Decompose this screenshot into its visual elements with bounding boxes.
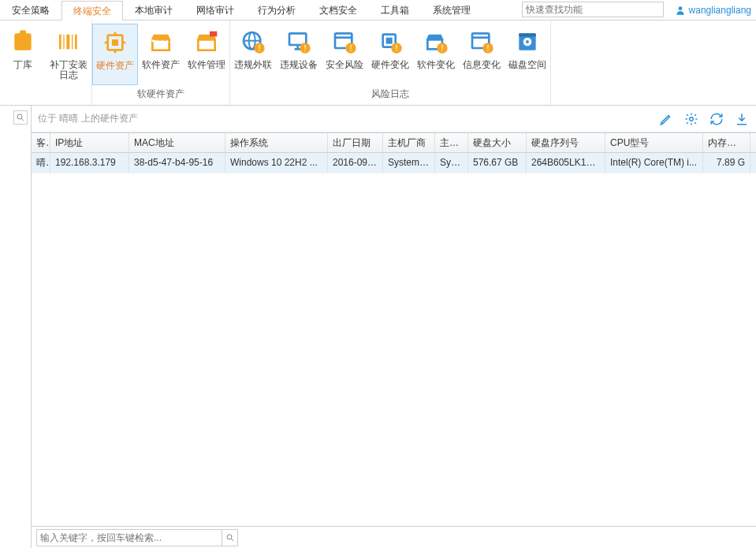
ribbon-item-globe-warn[interactable]: !违规外联	[230, 24, 276, 85]
column-header-7[interactable]: 硬盘大小	[468, 133, 527, 152]
footer-bar	[32, 526, 756, 548]
shop-flag-icon	[193, 28, 220, 55]
sidebar-search-button[interactable]	[13, 110, 28, 125]
svg-rect-4	[63, 35, 64, 50]
window-info-icon: !	[468, 28, 495, 55]
svg-text:!: !	[396, 43, 398, 53]
breadcrumb: 位于 晴晴 上的硬件资产	[38, 112, 138, 125]
monitor-warn-icon: !	[285, 28, 312, 55]
content-area: 位于 晴晴 上的硬件资产 客..IP地址MAC地址操作系统出厂日期主机厂商主机.…	[0, 106, 756, 548]
table-cell: 晴..	[32, 153, 50, 173]
svg-point-46	[17, 114, 22, 119]
ribbon-item-cpu-warn[interactable]: !硬件变化	[367, 24, 413, 85]
ribbon-item-puzzle[interactable]: 丁库	[0, 24, 46, 88]
svg-text:!: !	[350, 43, 352, 53]
ribbon-item-label: 丁库	[13, 60, 32, 70]
cpu-icon	[102, 29, 128, 56]
column-header-10[interactable]: 内存大小	[703, 133, 750, 152]
tab-7[interactable]: 系统管理	[421, 0, 482, 20]
table-area: 客..IP地址MAC地址操作系统出厂日期主机厂商主机..硬盘大小硬盘序列号CPU…	[32, 132, 756, 526]
ribbon-item-cpu[interactable]: 硬件资产	[92, 24, 138, 85]
ribbon-item-window-info[interactable]: !信息变化	[459, 24, 505, 85]
table-row[interactable]: 晴..192.168.3.17938-d5-47-b4-95-16Windows…	[32, 153, 756, 173]
refresh-button[interactable]	[709, 111, 724, 127]
svg-line-50	[231, 539, 233, 541]
svg-text:!: !	[441, 43, 444, 53]
ribbon-item-disk[interactable]: 磁盘空间	[505, 24, 550, 85]
export-button[interactable]	[734, 111, 750, 127]
column-header-3[interactable]: 操作系统	[225, 133, 328, 152]
column-header-1[interactable]: IP地址	[50, 133, 129, 152]
ribbon-item-shop-flag[interactable]: 软件管理	[184, 24, 229, 85]
quick-search-input[interactable]	[522, 2, 664, 17]
shop-warn-icon: !	[423, 28, 449, 55]
table-cell: 2016-09-...	[328, 153, 383, 173]
ribbon-item-label: 安全风险	[326, 60, 363, 70]
left-sidebar	[0, 106, 32, 548]
tab-4[interactable]: 行为分析	[246, 0, 307, 20]
ribbon-group-title	[0, 88, 91, 105]
table-body: 晴..192.168.3.17938-d5-47-b4-95-16Windows…	[32, 153, 756, 173]
column-header-2[interactable]: MAC地址	[129, 133, 225, 152]
tab-2[interactable]: 本地审计	[123, 0, 184, 20]
column-header-4[interactable]: 出厂日期	[328, 133, 383, 152]
ribbon-item-label: 违规外联	[234, 60, 272, 70]
svg-rect-16	[210, 32, 217, 37]
filter-input[interactable]	[36, 529, 222, 546]
svg-text:!: !	[304, 43, 307, 53]
table-cell: 264B605LK1K...	[527, 153, 605, 173]
ribbon-item-label: 补丁安装日志	[47, 60, 90, 80]
ribbon-item-monitor-warn[interactable]: !违规设备	[276, 24, 322, 85]
toolbar-actions	[658, 111, 750, 127]
filter-search-button[interactable]	[222, 529, 238, 546]
ribbon-item-barcode[interactable]: 补丁安装日志	[46, 24, 91, 88]
tab-strip: 安全策略终端安全本地审计网络审计行为分析文档安全工具箱系统管理	[0, 0, 482, 20]
svg-text:!: !	[487, 43, 490, 53]
toolbar: 位于 晴晴 上的硬件资产	[32, 106, 756, 132]
ribbon-item-shop[interactable]: 软件资产	[138, 24, 184, 85]
ribbon-item-label: 软件管理	[188, 60, 225, 70]
gear-icon	[684, 112, 698, 126]
magnifier-icon	[225, 533, 235, 542]
tab-0[interactable]: 安全策略	[0, 0, 61, 20]
table-header: 客..IP地址MAC地址操作系统出厂日期主机厂商主机..硬盘大小硬盘序列号CPU…	[32, 132, 756, 153]
tab-6[interactable]: 工具箱	[369, 0, 421, 20]
svg-point-0	[678, 6, 682, 10]
main-panel: 位于 晴晴 上的硬件资产 客..IP地址MAC地址操作系统出厂日期主机厂商主机.…	[32, 106, 756, 548]
ribbon-item-label: 违规设备	[280, 60, 318, 70]
svg-point-49	[227, 535, 232, 539]
ribbon-item-window-warn[interactable]: !安全风险	[322, 24, 367, 85]
ribbon-item-shop-warn[interactable]: !软件变化	[413, 24, 459, 85]
window-warn-icon: !	[331, 28, 358, 55]
ribbon-group-2: !违规外联!违规设备!安全风险!硬件变化!软件变化!信息变化磁盘空间风险日志	[230, 21, 551, 105]
ribbon-item-label: 软件变化	[417, 60, 455, 70]
svg-text:!: !	[259, 43, 261, 53]
ribbon-item-label: 硬件资产	[96, 61, 134, 71]
tab-1[interactable]: 终端安全	[61, 1, 123, 21]
svg-rect-5	[66, 35, 69, 50]
svg-point-44	[526, 40, 529, 43]
ribbon-group-0: 丁库补丁安装日志	[0, 21, 92, 105]
column-header-0[interactable]: 客..	[32, 133, 50, 152]
table-cell: Windows 10 22H2 ...	[225, 153, 328, 173]
user-indicator[interactable]: wangliangliang	[670, 0, 756, 20]
svg-rect-45	[519, 33, 535, 36]
edit-button[interactable]	[658, 111, 674, 127]
column-header-5[interactable]: 主机厂商	[383, 133, 435, 152]
tab-3[interactable]: 网络审计	[184, 0, 246, 20]
tab-5[interactable]: 文档安全	[307, 0, 369, 20]
shop-icon	[147, 28, 174, 55]
svg-point-48	[690, 117, 694, 121]
ribbon-item-label: 磁盘空间	[508, 60, 546, 70]
cpu-warn-icon: !	[377, 28, 404, 55]
table-cell: Intel(R) Core(TM) i...	[605, 153, 703, 173]
disk-icon	[514, 28, 541, 55]
column-header-9[interactable]: CPU型号	[605, 133, 703, 152]
column-header-8[interactable]: 硬盘序列号	[527, 133, 605, 152]
column-header-6[interactable]: 主机..	[435, 133, 468, 152]
settings-button[interactable]	[683, 111, 699, 127]
globe-warn-icon: !	[240, 28, 266, 55]
svg-rect-2	[20, 30, 26, 36]
table-cell: 38-d5-47-b4-95-16	[129, 153, 225, 173]
svg-rect-3	[59, 35, 61, 50]
